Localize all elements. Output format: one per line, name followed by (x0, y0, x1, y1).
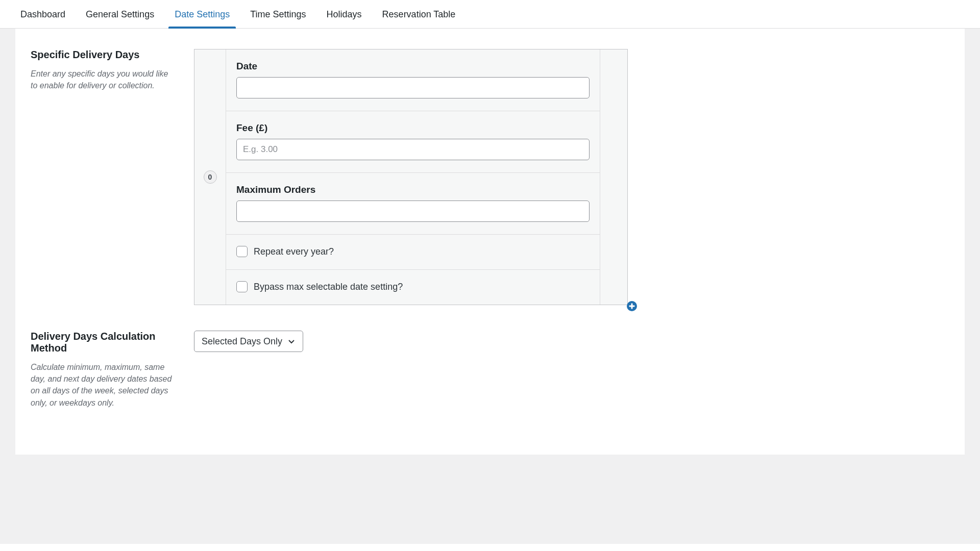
max-orders-input[interactable] (236, 201, 590, 222)
tab-label: Time Settings (250, 9, 306, 19)
repeater-drag-handle[interactable]: 0 (194, 49, 226, 305)
tab-label: Date Settings (175, 9, 230, 19)
fee-label: Fee (£) (236, 122, 590, 134)
repeater-fields: Date Fee (£) Maximum Orders (226, 49, 600, 305)
select-value: Selected Days Only (202, 336, 282, 347)
field-bypass-max: Bypass max selectable date setting? (226, 270, 600, 305)
tab-dashboard[interactable]: Dashboard (10, 0, 76, 28)
tab-time-settings[interactable]: Time Settings (240, 0, 316, 28)
setting-control-col: Selected Days Only (194, 331, 628, 352)
tab-reservation-table[interactable]: Reservation Table (372, 0, 466, 28)
setting-delivery-calc-method: Delivery Days Calculation Method Calcula… (31, 331, 949, 409)
setting-title: Delivery Days Calculation Method (31, 331, 174, 354)
date-label: Date (236, 61, 590, 72)
field-date: Date (226, 49, 600, 111)
setting-title: Specific Delivery Days (31, 49, 174, 61)
tab-label: General Settings (86, 9, 154, 19)
page-inner: Specific Delivery Days Enter any specifi… (15, 29, 965, 455)
calc-method-select[interactable]: Selected Days Only (194, 331, 303, 352)
setting-description: Enter any specific days you would like t… (31, 68, 174, 91)
fee-input[interactable] (236, 139, 590, 160)
max-orders-label: Maximum Orders (236, 184, 590, 195)
tab-label: Reservation Table (382, 9, 456, 19)
repeater-row: 0 Date Fee (£) Maximum Orders (194, 49, 628, 305)
add-row-button[interactable] (626, 300, 638, 312)
repeater-side (600, 49, 627, 305)
repeat-yearly-checkbox[interactable] (236, 246, 248, 257)
row-index-badge: 0 (204, 170, 217, 184)
date-input[interactable] (236, 77, 590, 98)
tab-label: Holidays (327, 9, 362, 19)
field-fee: Fee (£) (226, 111, 600, 173)
setting-label-col: Specific Delivery Days Enter any specifi… (31, 49, 174, 91)
plus-circle-icon (626, 300, 638, 312)
bypass-max-checkbox[interactable] (236, 281, 248, 292)
bypass-max-label[interactable]: Bypass max selectable date setting? (254, 282, 403, 292)
field-repeat-yearly: Repeat every year? (226, 235, 600, 270)
setting-label-col: Delivery Days Calculation Method Calcula… (31, 331, 174, 409)
field-max-orders: Maximum Orders (226, 173, 600, 235)
repeat-yearly-label[interactable]: Repeat every year? (254, 246, 334, 257)
chevron-down-icon (287, 337, 296, 345)
page-body: Specific Delivery Days Enter any specifi… (0, 29, 980, 544)
svg-rect-2 (631, 304, 633, 309)
setting-specific-delivery-days: Specific Delivery Days Enter any specifi… (31, 49, 949, 305)
setting-control-col: 0 Date Fee (£) Maximum Orders (194, 49, 628, 305)
setting-description: Calculate minimum, maximum, same day, an… (31, 361, 174, 409)
tab-bar: Dashboard General Settings Date Settings… (0, 0, 980, 29)
tab-label: Dashboard (20, 9, 65, 19)
tab-general-settings[interactable]: General Settings (76, 0, 164, 28)
tab-holidays[interactable]: Holidays (316, 0, 372, 28)
tab-date-settings[interactable]: Date Settings (164, 0, 240, 28)
